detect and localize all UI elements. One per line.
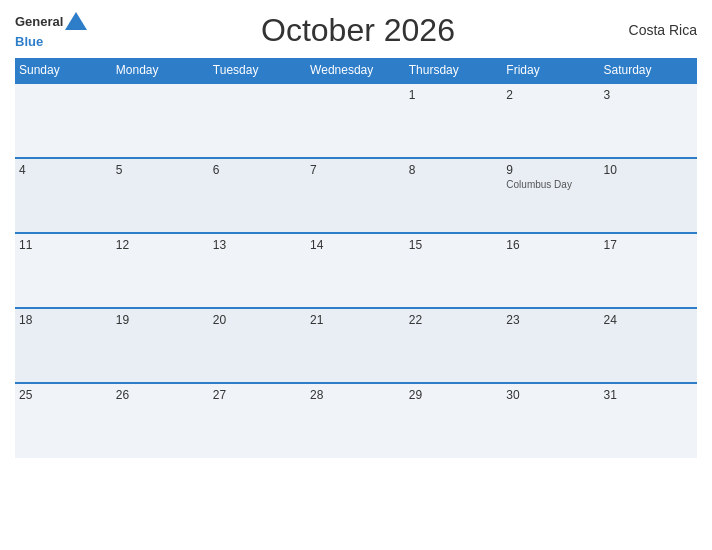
calendar-week-row: 456789Columbus Day10 [15, 158, 697, 233]
weekday-header-sunday: Sunday [15, 58, 112, 83]
day-number: 5 [116, 163, 205, 177]
calendar-header: General Blue October 2026 Costa Rica [15, 10, 697, 50]
weekday-header-friday: Friday [502, 58, 599, 83]
day-number: 18 [19, 313, 108, 327]
day-number: 12 [116, 238, 205, 252]
day-number: 9 [506, 163, 595, 177]
calendar-cell: 31 [600, 383, 698, 458]
day-number: 22 [409, 313, 499, 327]
calendar-cell: 22 [405, 308, 503, 383]
day-number: 11 [19, 238, 108, 252]
logo-triangle-icon [65, 10, 87, 32]
calendar-cell [15, 83, 112, 158]
calendar-cell: 23 [502, 308, 599, 383]
calendar-cell: 18 [15, 308, 112, 383]
calendar-cell: 26 [112, 383, 209, 458]
calendar-cell: 4 [15, 158, 112, 233]
calendar-cell [306, 83, 405, 158]
calendar-week-row: 25262728293031 [15, 383, 697, 458]
calendar-week-row: 123 [15, 83, 697, 158]
day-event: Columbus Day [506, 179, 595, 190]
calendar-cell: 6 [209, 158, 306, 233]
day-number: 8 [409, 163, 499, 177]
day-number: 16 [506, 238, 595, 252]
calendar-cell: 16 [502, 233, 599, 308]
day-number: 23 [506, 313, 595, 327]
weekday-header-row: SundayMondayTuesdayWednesdayThursdayFrid… [15, 58, 697, 83]
day-number: 6 [213, 163, 302, 177]
calendar-cell: 12 [112, 233, 209, 308]
day-number: 1 [409, 88, 499, 102]
calendar-cell [209, 83, 306, 158]
day-number: 28 [310, 388, 401, 402]
logo-general: General [15, 15, 63, 28]
calendar-cell: 17 [600, 233, 698, 308]
weekday-header-monday: Monday [112, 58, 209, 83]
calendar-cell: 5 [112, 158, 209, 233]
day-number: 24 [604, 313, 694, 327]
calendar-cell: 7 [306, 158, 405, 233]
calendar-cell: 15 [405, 233, 503, 308]
calendar-cell: 30 [502, 383, 599, 458]
calendar-cell: 19 [112, 308, 209, 383]
day-number: 20 [213, 313, 302, 327]
day-number: 25 [19, 388, 108, 402]
calendar-cell: 21 [306, 308, 405, 383]
day-number: 15 [409, 238, 499, 252]
calendar-week-row: 11121314151617 [15, 233, 697, 308]
country-label: Costa Rica [629, 22, 697, 38]
calendar-week-row: 18192021222324 [15, 308, 697, 383]
calendar-cell: 10 [600, 158, 698, 233]
svg-marker-0 [65, 12, 87, 30]
calendar-container: General Blue October 2026 Costa Rica Sun… [0, 0, 712, 550]
calendar-cell: 9Columbus Day [502, 158, 599, 233]
logo-blue: Blue [15, 34, 43, 49]
calendar-cell: 24 [600, 308, 698, 383]
day-number: 7 [310, 163, 401, 177]
day-number: 31 [604, 388, 694, 402]
calendar-cell: 29 [405, 383, 503, 458]
calendar-cell: 2 [502, 83, 599, 158]
day-number: 30 [506, 388, 595, 402]
day-number: 27 [213, 388, 302, 402]
weekday-header-tuesday: Tuesday [209, 58, 306, 83]
calendar-cell: 14 [306, 233, 405, 308]
calendar-cell: 20 [209, 308, 306, 383]
day-number: 4 [19, 163, 108, 177]
day-number: 17 [604, 238, 694, 252]
month-title: October 2026 [261, 12, 455, 49]
calendar-cell: 1 [405, 83, 503, 158]
weekday-header-wednesday: Wednesday [306, 58, 405, 83]
day-number: 10 [604, 163, 694, 177]
day-number: 29 [409, 388, 499, 402]
calendar-cell: 11 [15, 233, 112, 308]
calendar-cell: 13 [209, 233, 306, 308]
logo: General Blue [15, 10, 87, 50]
calendar-cell: 27 [209, 383, 306, 458]
calendar-cell: 8 [405, 158, 503, 233]
calendar-cell [112, 83, 209, 158]
calendar-table: SundayMondayTuesdayWednesdayThursdayFrid… [15, 58, 697, 458]
weekday-header-thursday: Thursday [405, 58, 503, 83]
day-number: 21 [310, 313, 401, 327]
day-number: 19 [116, 313, 205, 327]
weekday-header-saturday: Saturday [600, 58, 698, 83]
day-number: 3 [604, 88, 694, 102]
calendar-cell: 25 [15, 383, 112, 458]
day-number: 26 [116, 388, 205, 402]
calendar-cell: 28 [306, 383, 405, 458]
day-number: 14 [310, 238, 401, 252]
day-number: 13 [213, 238, 302, 252]
calendar-cell: 3 [600, 83, 698, 158]
day-number: 2 [506, 88, 595, 102]
